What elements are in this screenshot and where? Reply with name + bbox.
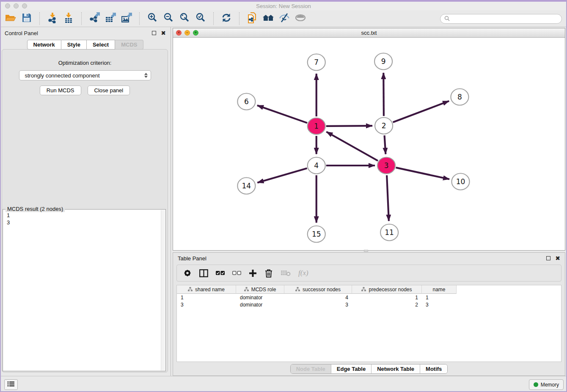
edge-3-1[interactable] <box>326 132 378 160</box>
memory-button[interactable]: Memory <box>529 379 564 390</box>
search-box[interactable] <box>440 14 562 24</box>
criterion-select[interactable]: strongly connected component <box>19 70 151 80</box>
node-2[interactable]: 2 <box>375 118 393 134</box>
import-network-button[interactable] <box>46 12 59 25</box>
search-input[interactable] <box>452 16 558 22</box>
tab-network-table[interactable]: Network Table <box>371 364 420 373</box>
node-3[interactable]: 3 <box>377 157 395 174</box>
zoom-fit-button[interactable] <box>178 12 191 25</box>
node-10[interactable]: 10 <box>451 174 469 190</box>
tab-style[interactable]: Style <box>61 40 87 50</box>
minimize-window-icon[interactable] <box>14 3 19 8</box>
close-table-panel-icon[interactable]: ✖ <box>555 255 560 261</box>
control-panel-header: Control Panel ✖ <box>0 27 171 39</box>
node-7[interactable]: 7 <box>308 54 325 71</box>
edge-3-10[interactable] <box>396 168 449 179</box>
table-cell[interactable]: 1 <box>352 295 422 301</box>
tab-select[interactable]: Select <box>87 40 115 50</box>
table-cell[interactable]: 1 <box>422 295 457 301</box>
table-row[interactable]: 1dominator411 <box>177 294 561 301</box>
split-columns-icon[interactable] <box>199 269 208 277</box>
column-header-shared-name[interactable]: shared name <box>177 285 236 294</box>
zoom-in-button[interactable] <box>146 12 159 25</box>
node-14[interactable]: 14 <box>237 178 255 194</box>
table-cell[interactable]: 1 <box>177 295 236 301</box>
mcds-result-text[interactable]: 13 <box>4 210 160 370</box>
frame-close-icon[interactable]: ✕ <box>176 30 182 36</box>
close-panel-button[interactable]: Close panel <box>88 86 130 95</box>
zoom-selected-button[interactable] <box>194 12 207 25</box>
node-6[interactable]: 6 <box>237 94 255 110</box>
table-cell[interactable]: 3 <box>284 302 352 308</box>
column-header-successor-nodes[interactable]: successor nodes <box>284 285 352 294</box>
delete-table-icon[interactable] <box>281 270 291 276</box>
add-column-icon[interactable] <box>249 269 257 277</box>
toolbar-separator <box>213 12 214 25</box>
hide-selected-button[interactable] <box>278 12 291 25</box>
edge-4-14[interactable] <box>257 168 307 182</box>
function-builder-icon[interactable]: f(x) <box>298 269 308 277</box>
export-network-button[interactable] <box>88 12 101 25</box>
close-panel-icon[interactable]: ✖ <box>161 30 166 36</box>
edge-2-9[interactable] <box>383 73 384 116</box>
zoom-out-button[interactable] <box>162 12 175 25</box>
edge-1-2[interactable] <box>326 126 372 126</box>
frame-maximize-icon[interactable]: + <box>193 30 198 36</box>
table-cell[interactable]: dominator <box>236 295 284 301</box>
table-row[interactable]: 3dominator323 <box>177 301 561 308</box>
edge-2-8[interactable] <box>393 101 449 122</box>
tab-edge-table[interactable]: Edge Table <box>331 364 371 373</box>
column-header-label: predecessor nodes <box>369 287 412 293</box>
import-table-button[interactable] <box>62 12 75 25</box>
column-header-MCDS-role[interactable]: MCDS role <box>236 285 284 294</box>
edge-2-3[interactable] <box>385 135 386 154</box>
open-session-button[interactable] <box>4 12 17 25</box>
close-window-icon[interactable] <box>5 3 10 8</box>
delete-column-icon[interactable] <box>264 269 273 278</box>
task-history-button[interactable] <box>4 379 18 390</box>
panel-split-handle[interactable] <box>364 250 368 252</box>
edge-1-6[interactable] <box>257 105 307 123</box>
network-view-frame: ✕ − + scc.txt 7968124314101511 <box>173 28 565 251</box>
table-cell[interactable]: 4 <box>284 295 352 301</box>
tab-mcds[interactable]: MCDS <box>115 40 143 50</box>
column-header-label: name <box>432 287 445 293</box>
mcds-result-line: 1 <box>7 212 157 219</box>
new-network-from-selection-button[interactable] <box>246 12 259 25</box>
float-panel-icon[interactable] <box>152 31 156 35</box>
frame-minimize-icon[interactable]: − <box>184 30 190 36</box>
network-canvas[interactable]: 7968124314101511 <box>173 38 565 250</box>
node-4[interactable]: 4 <box>308 157 325 174</box>
export-image-button[interactable] <box>120 12 133 25</box>
run-mcds-button[interactable]: Run MCDS <box>40 86 81 95</box>
table-cell[interactable]: dominator <box>236 302 284 308</box>
save-session-button[interactable] <box>20 12 33 25</box>
export-table-button[interactable] <box>104 12 117 25</box>
select-all-checkboxes-icon[interactable] <box>216 271 225 275</box>
column-header-predecessor-nodes[interactable]: predecessor nodes <box>352 285 422 294</box>
deselect-all-checkboxes-icon[interactable] <box>232 271 241 275</box>
node-table[interactable]: shared nameMCDS rolesuccessor nodesprede… <box>176 285 561 362</box>
tab-motifs[interactable]: Motifs <box>420 364 447 373</box>
network-frame-titlebar: ✕ − + scc.txt <box>173 28 565 38</box>
maximize-window-icon[interactable] <box>22 3 27 8</box>
node-8[interactable]: 8 <box>451 89 468 105</box>
node-1[interactable]: 1 <box>308 118 325 135</box>
float-table-panel-icon[interactable] <box>546 256 550 260</box>
column-header-name[interactable]: name <box>422 285 457 294</box>
table-cell[interactable]: 3 <box>177 302 236 308</box>
result-scrollbar[interactable] <box>161 210 165 370</box>
table-cell[interactable]: 2 <box>352 302 422 308</box>
table-cell[interactable]: 3 <box>422 302 457 308</box>
edge-3-11[interactable] <box>387 175 389 221</box>
apply-layout-button[interactable] <box>220 12 233 25</box>
first-neighbors-button[interactable] <box>262 12 275 25</box>
node-15[interactable]: 15 <box>308 226 325 243</box>
tab-node-table[interactable]: Node Table <box>291 364 331 373</box>
node-9[interactable]: 9 <box>374 53 392 70</box>
show-all-button[interactable] <box>294 12 307 25</box>
settings-gear-icon[interactable] <box>183 269 192 277</box>
tab-network[interactable]: Network <box>27 40 61 50</box>
select-stepper-icon <box>144 73 148 78</box>
node-11[interactable]: 11 <box>380 224 398 241</box>
